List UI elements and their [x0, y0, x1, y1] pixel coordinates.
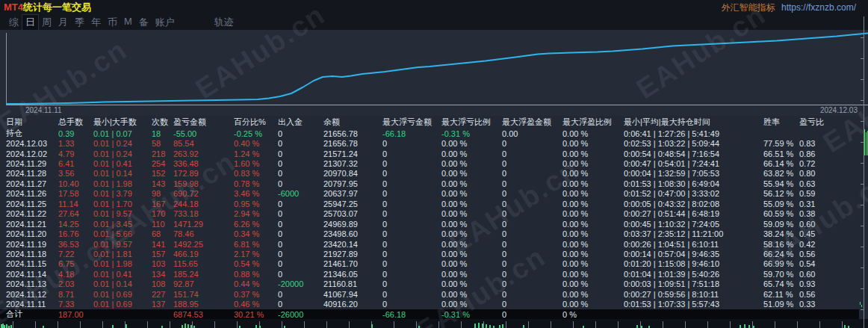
strip-tick — [182, 325, 183, 328]
table-cell: 0 — [382, 169, 441, 178]
menu-item-月[interactable]: 月 — [55, 15, 71, 30]
strip-tick — [740, 325, 741, 328]
bottom-strip — [0, 319, 868, 328]
table-cell: 0.01 | 9.57 — [93, 240, 152, 249]
strip-tick — [125, 324, 127, 328]
table-cell: 3.56 — [58, 169, 93, 178]
table-cell: 51.09 % — [763, 300, 799, 309]
strip-tick — [371, 324, 373, 328]
table-cell: 58.16 % — [763, 240, 799, 249]
table-cell: 0 — [278, 290, 323, 299]
table-cell: 0.00 % — [562, 139, 624, 148]
table-cell: 0 — [502, 220, 562, 229]
table-row-持仓: 持仓0.390.01 | 0.0718-55.00-0.25 %021656.7… — [0, 129, 868, 138]
equity-curve — [7, 34, 868, 105]
table-cell: 0 — [502, 199, 562, 208]
table-cell: 18 — [152, 129, 173, 138]
table-cell: 0 — [382, 279, 441, 288]
table-cell: 0.34 % — [234, 229, 278, 238]
table-cell: 0.00 % — [441, 149, 502, 158]
table-cell: 0 — [278, 149, 323, 158]
table-cell: 0.00 % — [562, 279, 624, 288]
table-cell: 0.00 % — [562, 159, 624, 168]
table-cell: 0.00 % — [441, 259, 502, 268]
table-cell: 0:02:53 | 1:03:22 | 5:09:44 — [624, 139, 763, 148]
table-cell: 336.48 — [173, 159, 234, 168]
table-row-2024.11.26: 2024.11.2617.580.01 | 3.7998690.723.46 %… — [0, 189, 868, 199]
table-cell: 0.00 % — [441, 199, 502, 208]
menu-item-日[interactable]: 日 — [22, 15, 38, 30]
table-cell: 0 % — [562, 310, 624, 319]
table-cell: -20000 — [278, 279, 323, 288]
table-cell: 2024.11.18 — [6, 250, 58, 259]
header-cell-9: 最大浮亏比例 — [441, 117, 502, 128]
strip-divider — [506, 321, 506, 328]
table-cell: 0.01 | 1.70 — [93, 199, 152, 208]
stats-table: 日期总手数最小|大手数次数盈亏金额百分比%出入金余额最大浮亏金额最大浮亏比例最大… — [0, 116, 868, 319]
table-cell: 0.60 — [799, 220, 848, 229]
strip-tick — [489, 325, 491, 328]
table-cell: 0 — [278, 169, 323, 178]
table-cell: 14.25 — [58, 220, 93, 229]
table-cell: 0.78 % — [234, 179, 278, 188]
table-cell: 0 — [502, 209, 562, 218]
table-cell: 0.00 % — [562, 240, 624, 249]
table-cell: 2.17 % — [234, 250, 278, 259]
table-cell: 0:00:27 | 0:51:44 | 6:48:19 — [624, 209, 763, 218]
strip-divider — [282, 321, 282, 328]
table-cell: 0.00 % — [562, 270, 624, 279]
strip-tick — [255, 325, 257, 328]
menu-item-年[interactable]: 年 — [88, 15, 104, 30]
brand-url-link[interactable]: https://fxznzb.com/ — [781, 2, 856, 13]
table-cell: 0 — [382, 149, 441, 158]
table-cell: 0 — [502, 139, 562, 148]
table-cell: 0.01 | 0.07 — [93, 129, 152, 138]
table-cell: -0.25 % — [234, 129, 278, 138]
table-cell: 0.54 — [799, 259, 848, 268]
header-cell-5: 百分比% — [234, 117, 278, 128]
menu-item-账户[interactable]: 账户 — [152, 15, 178, 30]
table-cell: 55.94 % — [763, 179, 799, 188]
table-cell: 185.24 — [173, 270, 234, 279]
table-cell: 0.00 — [502, 129, 562, 138]
strip-divider — [842, 321, 843, 328]
table-cell: 0.00 % — [441, 240, 502, 249]
strip-divider — [214, 321, 215, 328]
menu-item-备[interactable]: 备 — [136, 15, 152, 30]
table-cell: 0 — [502, 240, 562, 249]
table-cell: 6.81 % — [234, 240, 278, 249]
table-row-2024.11.20: 2024.11.2016.760.01 | 5.666878.460.34 %0… — [0, 229, 868, 238]
table-cell: 0.45 — [799, 229, 848, 238]
table-cell: 0.00 % — [562, 220, 624, 229]
table-cell: 0 — [278, 300, 323, 309]
table-row-2024.11.22: 2024.11.2227.640.01 | 9.57170733.182.94 … — [0, 209, 868, 219]
brand-box: 外汇智能指标 https://fxznzb.com/ — [722, 1, 856, 14]
table-cell: 0.00 % — [441, 300, 502, 309]
menu-item-综[interactable]: 综 — [6, 15, 22, 30]
table-cell: 2024.11.25 — [6, 199, 58, 208]
table-cell: 0.00 % — [562, 129, 624, 138]
table-cell: 2024.11.12 — [6, 290, 58, 299]
table-cell: 0:00:27 | 0:59:56 | 8:10:11 — [624, 290, 763, 299]
header-cell-11: 最大浮盈比例 — [562, 117, 624, 128]
table-cell: 0:00:26 | 1:04:51 | 6:10:11 — [624, 240, 763, 249]
table-cell: 合计 — [6, 309, 58, 320]
table-cell: 218 — [152, 149, 173, 158]
header-cell-6: 出入金 — [278, 117, 323, 128]
table-cell: 56.12 % — [763, 189, 799, 198]
table-cell: 58 — [152, 139, 173, 148]
table-cell: 0.95 % — [234, 199, 278, 208]
table-cell: 0.40 % — [234, 139, 278, 148]
menu-item-季[interactable]: 季 — [72, 15, 87, 30]
table-cell: 23498.60 — [323, 229, 382, 238]
menu-item-币[interactable]: 币 — [105, 15, 120, 30]
menu-item-M[interactable]: M — [121, 15, 135, 30]
table-cell: 40916.20 — [323, 300, 382, 309]
table-cell: 141 — [152, 240, 173, 249]
table-cell: 0:00:03 | 1:09:51 | 7:51:18 — [624, 279, 763, 288]
table-cell: 0 — [278, 250, 323, 259]
table-cell: 0:06:41 | 1:27:26 | 5:41:49 — [624, 129, 763, 138]
menu-item-周[interactable]: 周 — [39, 15, 55, 30]
table-cell: 134 — [152, 270, 173, 279]
menu-item-trail[interactable]: 轨迹 — [211, 15, 237, 30]
